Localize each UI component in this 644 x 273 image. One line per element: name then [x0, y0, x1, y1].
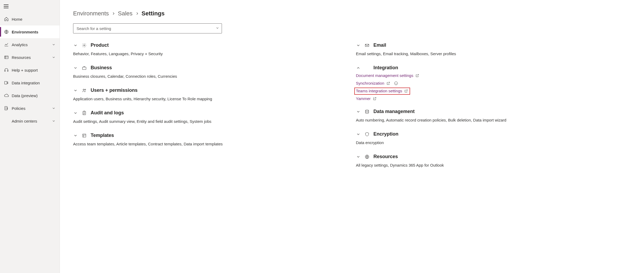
svg-rect-6 — [5, 119, 6, 121]
sidebar-item-label: Help + support — [12, 68, 56, 72]
sidebar-item-label: Environments — [12, 30, 56, 34]
section-header-audit[interactable]: Audit and logs — [73, 110, 348, 116]
chevron-right-icon — [135, 12, 139, 15]
section-title: Email — [373, 42, 386, 48]
sidebar-item-admin-centers[interactable]: Admin centers — [0, 115, 60, 127]
svg-point-21 — [365, 110, 369, 111]
sidebar-item-data-preview[interactable]: Data (preview) — [0, 89, 60, 102]
svg-rect-17 — [367, 66, 369, 68]
sidebar-item-policies[interactable]: Policies — [0, 102, 60, 115]
link-synchronization[interactable]: Synchronization — [356, 81, 631, 85]
section-header-users[interactable]: Users + permissions — [73, 88, 348, 93]
section-title: Audit and logs — [91, 110, 124, 116]
section-product: Product Behavior, Features, Languages, P… — [73, 42, 348, 57]
templates-icon — [82, 133, 87, 138]
svg-rect-7 — [7, 119, 8, 121]
svg-rect-14 — [83, 134, 86, 137]
chevron-down-icon — [73, 43, 78, 48]
sidebar-item-label: Admin centers — [12, 119, 52, 123]
section-users-permissions: Users + permissions Application users, B… — [73, 88, 348, 102]
svg-rect-8 — [5, 122, 6, 123]
globe-grid-icon — [4, 29, 9, 34]
section-header-resources[interactable]: Resources — [356, 154, 631, 159]
svg-rect-4 — [5, 81, 7, 84]
sidebar-item-label: Data (preview) — [12, 93, 56, 98]
section-subtext: All legacy settings, Dynamics 365 App fo… — [356, 162, 631, 168]
sidebar-item-data-integration[interactable]: Data integration — [0, 76, 60, 89]
breadcrumb-environments[interactable]: Environments — [73, 10, 109, 17]
policies-icon — [4, 106, 9, 111]
section-header-product[interactable]: Product — [73, 42, 348, 48]
chevron-down-icon — [73, 66, 78, 70]
section-header-templates[interactable]: Templates — [73, 133, 348, 138]
chevron-up-icon — [356, 66, 361, 70]
svg-rect-16 — [365, 66, 367, 68]
section-integration: Integration Document management settings… — [356, 65, 631, 101]
chevron-down-icon — [356, 154, 361, 159]
sidebar: Home Environments Analytics Resources He… — [0, 0, 60, 273]
briefcase-icon — [82, 65, 87, 71]
chevron-down-icon — [52, 55, 56, 59]
link-yammer[interactable]: Yammer — [356, 96, 631, 101]
sidebar-item-help-support[interactable]: Help + support — [0, 64, 60, 76]
section-header-encryption[interactable]: Encryption — [356, 131, 631, 137]
breadcrumb: Environments Sales Settings — [73, 10, 631, 17]
section-encryption: Encryption Data encryption — [356, 131, 631, 146]
link-label[interactable]: Document management settings — [356, 73, 413, 78]
section-subtext: Audit settings, Audit summary view, Enti… — [73, 118, 348, 125]
section-header-email[interactable]: Email — [356, 42, 631, 48]
section-data-management: Data management Auto numbering, Automati… — [356, 109, 631, 123]
section-subtext: Behavior, Features, Languages, Privacy +… — [73, 51, 348, 57]
svg-point-11 — [83, 89, 85, 90]
link-document-management[interactable]: Document management settings — [356, 73, 631, 78]
sidebar-item-analytics[interactable]: Analytics — [0, 38, 60, 51]
mail-icon — [364, 43, 370, 48]
sidebar-item-home[interactable]: Home — [0, 13, 60, 25]
section-templates: Templates Access team templates, Article… — [73, 133, 348, 147]
sidebar-item-label: Resources — [12, 55, 52, 60]
svg-rect-10 — [82, 67, 86, 70]
headset-icon — [4, 67, 9, 73]
home-icon — [4, 16, 9, 22]
settings-left-column: Product Behavior, Features, Languages, P… — [73, 42, 348, 176]
chevron-down-icon — [52, 119, 56, 123]
data-integration-icon — [4, 80, 9, 85]
link-label[interactable]: Yammer — [356, 96, 371, 101]
section-title: Data management — [373, 109, 415, 114]
settings-right-column: Email Email settings, Email tracking, Ma… — [356, 42, 631, 176]
section-subtext: Auto numbering, Automatic record creatio… — [356, 117, 631, 123]
svg-point-12 — [85, 89, 86, 90]
breadcrumb-settings: Settings — [142, 10, 165, 17]
external-link-icon — [373, 97, 377, 101]
shield-icon — [364, 132, 370, 137]
svg-rect-19 — [367, 68, 369, 69]
section-header-data-management[interactable]: Data management — [356, 109, 631, 114]
sidebar-item-environments[interactable]: Environments — [0, 25, 60, 38]
breadcrumb-sales[interactable]: Sales — [118, 10, 133, 17]
chevron-down-icon — [73, 133, 78, 138]
link-teams-integration[interactable]: Teams integration settings — [356, 89, 631, 93]
hamburger-menu-button[interactable] — [4, 3, 10, 10]
chevron-down-icon — [356, 132, 361, 137]
link-label[interactable]: Synchronization — [356, 81, 384, 85]
section-subtext: Business closures, Calendar, Connection … — [73, 73, 348, 80]
main-content: Environments Sales Settings Product Beha… — [60, 0, 644, 273]
sidebar-item-label: Home — [12, 17, 56, 21]
svg-rect-15 — [365, 44, 369, 46]
chevron-down-icon — [73, 111, 78, 115]
section-header-integration[interactable]: Integration — [356, 65, 631, 71]
sidebar-item-label: Analytics — [12, 42, 52, 47]
info-icon[interactable] — [394, 81, 398, 85]
svg-rect-2 — [5, 70, 5, 72]
svg-point-9 — [84, 45, 85, 46]
section-title: Encryption — [373, 131, 398, 137]
section-business: Business Business closures, Calendar, Co… — [73, 65, 348, 80]
external-link-icon — [386, 81, 390, 85]
search-input[interactable] — [73, 23, 222, 33]
link-label[interactable]: Teams integration settings — [356, 89, 402, 93]
sidebar-item-resources[interactable]: Resources — [0, 51, 60, 64]
chevron-right-icon — [112, 12, 115, 15]
users-icon — [82, 88, 87, 93]
section-header-business[interactable]: Business — [73, 65, 348, 71]
chevron-down-icon — [52, 42, 56, 47]
